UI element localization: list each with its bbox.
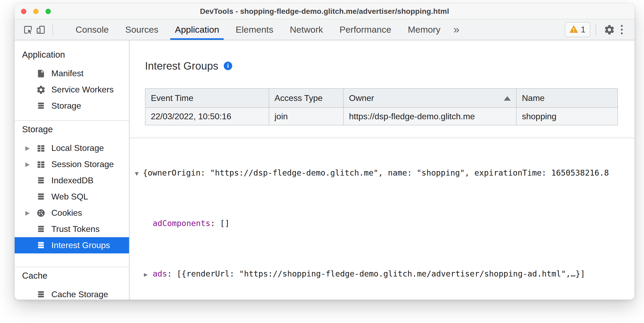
sidebar-item-service-workers[interactable]: Service Workers: [15, 82, 129, 98]
inspect-element-icon[interactable]: [22, 23, 34, 36]
panel-tabs: Console Sources Application Elements Net…: [67, 19, 449, 40]
tab-memory[interactable]: Memory: [400, 19, 449, 40]
cookie-icon: [35, 207, 47, 219]
info-icon[interactable]: [224, 62, 232, 70]
sidebar-item-label: Cookies: [51, 208, 82, 218]
tab-console[interactable]: Console: [67, 19, 117, 40]
gear-icon: [35, 84, 47, 95]
sidebar-item-interest-groups[interactable]: Interest Groups: [15, 237, 129, 253]
cell-name: shopping: [516, 108, 618, 125]
minimize-window-button[interactable]: [33, 9, 39, 14]
table-icon: [35, 159, 47, 170]
table-row[interactable]: 22/03/2022, 10:50:16 join https://dsp-fl…: [145, 108, 618, 125]
section-title-application: Application: [15, 47, 129, 62]
chevron-right-icon[interactable]: [25, 145, 35, 152]
window-titlebar: DevTools - shopping-fledge-demo.glitch.m…: [15, 4, 634, 19]
more-tabs-button[interactable]: »: [449, 24, 464, 36]
database-icon: [35, 191, 47, 202]
sidebar-item-manifest[interactable]: Manifest: [15, 65, 129, 82]
column-header-event-time[interactable]: Event Time: [145, 88, 269, 108]
tab-application[interactable]: Application: [167, 19, 227, 40]
gear-icon[interactable]: [603, 23, 616, 36]
toolbar-divider: [596, 24, 596, 36]
tree-root-row[interactable]: {ownerOrigin: "https://dsp-fledge-demo.g…: [135, 167, 634, 179]
property-value: [{renderUrl: "https://shopping-fledge-de…: [177, 269, 585, 278]
column-header-name[interactable]: Name: [516, 88, 618, 108]
sidebar-item-label: Trust Tokens: [51, 224, 99, 234]
interest-groups-table: Event Time Access Type Owner Name 22/03/…: [145, 88, 618, 125]
sidebar-item-label: Session Storage: [51, 159, 114, 169]
sidebar-section-application: Application Manifest Service Worker: [15, 46, 129, 121]
device-toolbar-icon[interactable]: [34, 23, 47, 36]
window-title: DevTools - shopping-fledge-demo.glitch.m…: [200, 7, 449, 16]
cell-owner: https://dsp-fledge-demo.glitch.me: [343, 108, 516, 125]
table-icon: [35, 143, 47, 154]
desktop-background: DevTools - shopping-fledge-demo.glitch.m…: [0, 0, 644, 323]
file-icon: [35, 68, 47, 79]
sidebar-item-label: IndexedDB: [51, 176, 93, 185]
issues-counter[interactable]: 1: [565, 22, 590, 37]
property-name: ads: [153, 269, 167, 278]
tab-performance[interactable]: Performance: [331, 19, 400, 40]
table-header-row: Event Time Access Type Owner Name: [145, 88, 618, 108]
column-header-access-type[interactable]: Access Type: [269, 88, 343, 108]
zoom-window-button[interactable]: [45, 9, 51, 14]
sidebar-section-storage: Storage Local Storage Session Stora: [15, 121, 129, 267]
cell-access-type: join: [269, 108, 343, 125]
tree-property-row[interactable]: ads: [{renderUrl: "https://shopping-fled…: [135, 267, 634, 280]
page-title: Interest Groups: [145, 60, 218, 72]
devtools-window: DevTools - shopping-fledge-demo.glitch.m…: [15, 4, 634, 300]
sort-ascending-icon: [504, 96, 511, 101]
chevron-right-icon[interactable]: [25, 161, 35, 168]
database-icon: [35, 100, 47, 112]
devtools-toolbar: Console Sources Application Elements Net…: [15, 19, 634, 40]
property-value: []: [220, 219, 230, 228]
sidebar-section-cache: Cache Cache Storage: [15, 267, 129, 300]
sidebar-item-label: Service Workers: [51, 85, 114, 95]
traffic-lights: [21, 4, 51, 19]
cell-event-time: 22/03/2022, 10:50:16: [145, 108, 269, 125]
chevron-right-icon[interactable]: [25, 210, 35, 216]
tab-elements[interactable]: Elements: [227, 19, 282, 40]
section-title-storage: Storage: [15, 122, 129, 137]
interest-groups-panel: Interest Groups Event Time Access Type O…: [130, 40, 634, 300]
toolbar-divider: [52, 24, 53, 36]
kebab-menu-icon[interactable]: [616, 23, 628, 36]
column-header-owner[interactable]: Owner: [343, 88, 516, 108]
database-icon: [35, 240, 47, 251]
tree-expand-icon[interactable]: [144, 268, 153, 281]
sidebar-item-label: Storage: [51, 101, 81, 111]
section-title-cache: Cache: [15, 268, 129, 283]
warning-triangle-icon: [570, 25, 578, 34]
close-window-button[interactable]: [21, 9, 26, 14]
sidebar-item-label: Web SQL: [51, 192, 88, 202]
interest-group-details-tree: {ownerOrigin: "https://dsp-fledge-demo.g…: [130, 138, 634, 300]
sidebar-item-label: Cache Storage: [51, 290, 108, 299]
sidebar-item-storage[interactable]: Storage: [15, 98, 129, 114]
database-icon: [35, 224, 47, 235]
object-preview: {ownerOrigin: "https://dsp-fledge-demo.g…: [143, 168, 609, 177]
tree-collapse-icon[interactable]: [135, 167, 143, 180]
property-name: adComponents: [153, 219, 210, 228]
sidebar-item-indexeddb[interactable]: IndexedDB: [15, 172, 129, 189]
sidebar-item-label: Interest Groups: [51, 240, 110, 250]
sidebar-item-label: Manifest: [51, 69, 84, 78]
sidebar-item-cache-storage[interactable]: Cache Storage: [15, 286, 129, 300]
application-sidebar: Application Manifest Service Worker: [15, 40, 130, 300]
database-icon: [35, 289, 47, 300]
tree-property-row[interactable]: adComponents: []: [135, 217, 634, 230]
tab-network[interactable]: Network: [282, 19, 331, 40]
database-icon: [35, 175, 47, 186]
sidebar-item-session-storage[interactable]: Session Storage: [15, 156, 129, 172]
issues-count: 1: [581, 25, 585, 35]
sidebar-item-trust-tokens[interactable]: Trust Tokens: [15, 221, 129, 237]
sidebar-item-web-sql[interactable]: Web SQL: [15, 189, 129, 205]
sidebar-item-label: Local Storage: [51, 143, 104, 153]
tab-sources[interactable]: Sources: [117, 19, 167, 40]
sidebar-item-local-storage[interactable]: Local Storage: [15, 140, 129, 156]
sidebar-item-cookies[interactable]: Cookies: [15, 205, 129, 221]
